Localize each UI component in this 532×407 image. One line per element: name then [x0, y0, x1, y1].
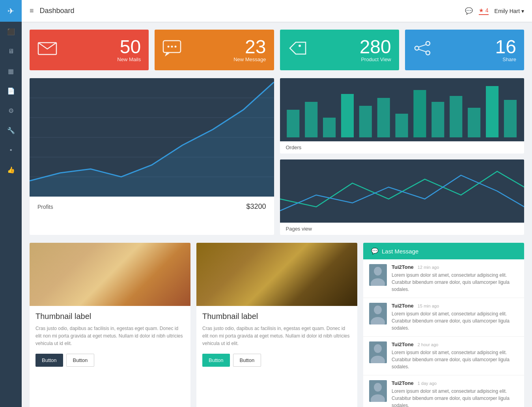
svg-rect-24	[341, 94, 353, 137]
svg-marker-2	[165, 53, 170, 56]
profits-footer: Profits $3200	[30, 197, 274, 217]
svg-line-12	[419, 49, 426, 52]
message-time-4: 1 day ago	[418, 381, 437, 386]
thumbnail-text-2: Cras justo odio, dapibus ac facilisis in…	[202, 325, 351, 348]
message-text-2: Lorem ipsum dolor sit amet, consectetur …	[392, 310, 518, 332]
chat-icon[interactable]: 💬	[465, 7, 473, 15]
stars-badge[interactable]: ★ 4	[479, 7, 489, 15]
product-icon	[288, 40, 308, 60]
menu-toggle-button[interactable]: ≡	[30, 7, 34, 15]
message-icon	[162, 40, 181, 60]
stats-row: 50 New Mails 23 New Message	[30, 30, 524, 70]
svg-marker-6	[290, 42, 306, 54]
pages-footer: Pages view	[280, 223, 525, 235]
message-meta-3: Tui2Tone 2 hour ago	[392, 341, 518, 347]
message-item-2[interactable]: Tui2Tone 15 min ago Lorem ipsum dolor si…	[363, 298, 524, 337]
username: Emily Hart	[495, 8, 520, 14]
thumbnail-btn2-2[interactable]: Button	[233, 354, 261, 367]
message-text-3: Lorem ipsum dolor sit amet, consectetur …	[392, 349, 518, 370]
topbar-right: 💬 ★ 4 Emily Hart ▾	[465, 7, 524, 15]
stat-info-products: 280 Product View	[360, 38, 391, 62]
sidebar: ✈ ⬛ 🖥 ▦ 📄 ⚙ 🔧 ▪ 👍	[0, 0, 22, 407]
sidebar-item-monitor[interactable]: 🖥	[0, 41, 22, 61]
message-time-2: 15 min ago	[418, 304, 439, 308]
document-icon: 📄	[7, 87, 15, 95]
message-item-1[interactable]: Tui2Tone 12 min ago Lorem ipsum dolor si…	[363, 259, 524, 298]
page-title: Dashboard	[40, 7, 465, 15]
stat-info-share: 16 Share	[495, 38, 516, 62]
thumbnail-btn2-1[interactable]: Button	[66, 354, 95, 367]
avatar-3	[369, 341, 387, 363]
svg-rect-32	[485, 86, 498, 137]
svg-point-9	[415, 46, 419, 50]
svg-rect-22	[305, 102, 317, 137]
svg-rect-27	[395, 114, 408, 137]
stat-card-messages[interactable]: 23 New Message	[155, 30, 274, 70]
stars-count: 4	[485, 7, 489, 13]
message-item-4[interactable]: Tui2Tone 1 day ago Lorem ipsum dolor sit…	[363, 375, 524, 407]
message-meta-4: Tui2Tone 1 day ago	[392, 380, 518, 386]
sidebar-item-settings[interactable]: ⚙	[0, 101, 22, 120]
message-item-3[interactable]: Tui2Tone 2 hour ago Lorem ipsum dolor si…	[363, 337, 524, 375]
stat-card-mails[interactable]: 50 New Mails	[30, 30, 149, 70]
logo-icon: ✈	[7, 6, 14, 16]
star-icon: ★	[479, 7, 484, 13]
sidebar-item-document[interactable]: 📄	[0, 81, 22, 101]
profits-chart-card: Profits $3200	[30, 78, 274, 235]
stat-info-mails: 50 New Mails	[117, 38, 141, 62]
message-content-3: Tui2Tone 2 hour ago Lorem ipsum dolor si…	[392, 341, 518, 370]
pages-chart-area	[280, 159, 525, 223]
stat-card-products[interactable]: 280 Product View	[280, 30, 399, 70]
messages-header: 💬 Last Message	[363, 243, 524, 259]
profits-chart-area	[30, 78, 274, 197]
orders-chart-area	[280, 78, 525, 141]
message-content-2: Tui2Tone 15 min ago Lorem ipsum dolor si…	[392, 303, 518, 332]
thumbnail-card-2: Thumbnail label Cras justo odio, dapibus…	[196, 243, 357, 407]
svg-point-10	[426, 51, 430, 55]
thumbnail-text-1: Cras justo odio, dapibus ac facilisis in…	[35, 325, 185, 348]
sidebar-item-box[interactable]: ▪	[0, 140, 22, 160]
stat-card-share[interactable]: 16 Share	[405, 30, 524, 70]
thumbnail-body-1: Thumbnail label Cras justo odio, dapibus…	[30, 306, 190, 373]
message-name-2: Tui2Tone	[392, 303, 414, 309]
sidebar-item-dashboard[interactable]: ⬛	[0, 22, 22, 41]
thumbs-icon: 👍	[7, 166, 15, 174]
settings-icon: ⚙	[8, 107, 14, 114]
svg-rect-31	[468, 108, 480, 137]
share-label: Share	[495, 56, 516, 62]
sidebar-item-thumbs[interactable]: 👍	[0, 160, 22, 180]
orders-chart-card: Orders	[280, 78, 525, 154]
svg-rect-30	[450, 96, 462, 137]
thumbnail-btn1-1[interactable]: Button	[35, 354, 63, 367]
profits-title: Profits	[37, 204, 53, 210]
monitor-icon: 🖥	[8, 48, 14, 55]
message-content-4: Tui2Tone 1 day ago Lorem ipsum dolor sit…	[392, 380, 518, 407]
orders-footer: Orders	[280, 141, 525, 154]
message-content-1: Tui2Tone 12 min ago Lorem ipsum dolor si…	[392, 264, 518, 293]
pages-chart-card: Pages view	[280, 159, 525, 235]
grid-icon: ▦	[8, 68, 14, 75]
profits-value: $3200	[246, 203, 266, 211]
user-menu[interactable]: Emily Hart ▾	[495, 8, 524, 14]
sidebar-item-grid[interactable]: ▦	[0, 61, 22, 81]
thumbnail-btn1-2[interactable]: Button	[202, 354, 230, 367]
message-meta-2: Tui2Tone 15 min ago	[392, 303, 518, 309]
sidebar-item-tools[interactable]: 🔧	[0, 120, 22, 140]
box-icon: ▪	[10, 146, 12, 154]
svg-rect-25	[359, 106, 371, 137]
message-time-3: 2 hour ago	[418, 342, 439, 347]
svg-point-3	[168, 46, 170, 48]
thumbnail-buttons-2: Button Button	[202, 354, 351, 367]
svg-line-11	[419, 45, 426, 47]
thumbnail-title-1: Thumbnail label	[35, 312, 185, 321]
message-name-4: Tui2Tone	[392, 380, 414, 386]
message-time-1: 12 min ago	[418, 265, 439, 270]
svg-rect-23	[323, 118, 335, 137]
thumbnail-title-2: Thumbnail label	[202, 312, 351, 321]
thumbnail-body-2: Thumbnail label Cras justo odio, dapibus…	[196, 306, 357, 373]
avatar-1	[369, 264, 387, 286]
mails-label: New Mails	[117, 56, 141, 62]
bottom-row: Thumbnail label Cras justo odio, dapibus…	[30, 243, 524, 407]
mails-count: 50	[117, 38, 141, 56]
sidebar-logo[interactable]: ✈	[0, 0, 22, 22]
